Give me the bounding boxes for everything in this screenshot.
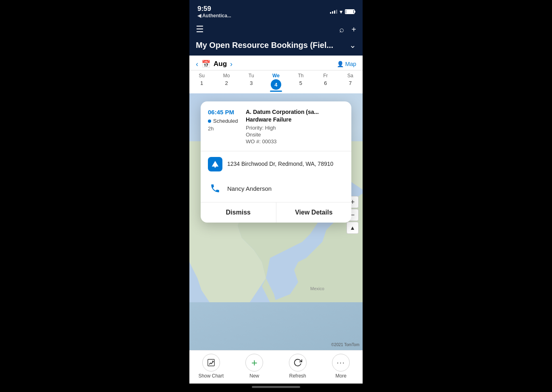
day-we[interactable]: We 4 <box>264 72 288 93</box>
next-month-button[interactable]: › <box>230 60 232 68</box>
popup-duration: 2h <box>208 126 240 132</box>
popup-contact-name: Nancy Anderson <box>227 185 272 192</box>
status-back: ◀ Authentica... <box>197 13 231 19</box>
phone-svg-icon <box>210 183 220 194</box>
phone-icon[interactable] <box>208 181 222 196</box>
svg-rect-2 <box>208 359 215 366</box>
popup-main: 06:45 PM Scheduled 2h A. Datum Corporati… <box>201 101 351 151</box>
booking-popup-card: 06:45 PM Scheduled 2h A. Datum Corporati… <box>201 101 351 223</box>
popup-actions: Dismiss View Details <box>201 202 351 223</box>
calendar-nav: ‹ 📅 Aug › 👤 Map <box>189 56 363 70</box>
status-dot-icon <box>208 120 211 123</box>
popup-wo-number: WO #: 00033 <box>246 138 344 144</box>
status-bar: 9:59 ◀ Authentica... ▾ <box>189 0 363 22</box>
status-time: 9:59 <box>197 5 231 13</box>
popup-status-label: Scheduled <box>213 118 238 124</box>
search-icon[interactable]: ⌕ <box>339 25 344 34</box>
popup-address-row: 1234 Birchwood Dr, Redmond, WA, 78910 <box>201 151 351 177</box>
day-number-tu: 3 <box>239 79 264 87</box>
day-number-we: 4 <box>271 79 281 90</box>
popup-location-type: Onsite <box>246 132 344 138</box>
popup-work-title: Hardware Failure <box>246 116 344 123</box>
day-number-su: 1 <box>189 79 214 87</box>
day-label-mo: Mo <box>214 73 239 78</box>
map-label: Map <box>345 61 356 67</box>
day-sa[interactable]: Sa 7 <box>338 72 363 93</box>
view-details-button[interactable]: View Details <box>276 202 352 223</box>
map-copyright: ©2021 TomTom <box>331 342 359 347</box>
show-chart-label: Show Chart <box>198 373 224 379</box>
day-label-th: Th <box>288 73 313 78</box>
refresh-label: Refresh <box>289 373 306 379</box>
phone-screen: 9:59 ◀ Authentica... ▾ ☰ ⌕ + My Open Res… <box>189 0 363 392</box>
day-mo[interactable]: Mo 2 <box>214 72 239 93</box>
home-indicator <box>189 384 363 392</box>
title-bar: My Open Resource Bookings (Fiel... ⌄ <box>189 39 363 56</box>
map-button[interactable]: 👤 Map <box>337 61 356 67</box>
new-nav-item[interactable]: + New <box>233 354 276 379</box>
popup-address: 1234 Birchwood Dr, Redmond, WA, 78910 <box>227 160 333 168</box>
more-label: More <box>336 373 347 379</box>
day-label-su: Su <box>189 73 214 78</box>
prev-month-button[interactable]: ‹ <box>196 60 198 68</box>
more-icon: ··· <box>332 354 350 371</box>
map-location-button[interactable]: ▲ <box>347 222 359 234</box>
day-tu[interactable]: Tu 3 <box>239 72 264 93</box>
map-area: Mexico 🏔 + − ▲ ©2021 TomTom 06:45 PM Sc <box>189 93 363 350</box>
header-actions: ⌕ + <box>339 25 356 34</box>
popup-time: 06:45 PM <box>208 109 240 116</box>
day-label-we: We <box>264 73 288 78</box>
popup-company: A. Datum Corporation (sa... <box>246 109 344 115</box>
day-fr[interactable]: Fr 6 <box>313 72 338 93</box>
signal-icon <box>330 10 337 14</box>
bottom-nav: Show Chart + New Refresh ··· More <box>189 350 363 384</box>
day-label-tu: Tu <box>239 73 264 78</box>
dismiss-button[interactable]: Dismiss <box>201 202 276 223</box>
show-chart-nav-item[interactable]: Show Chart <box>189 354 233 379</box>
day-label-fr: Fr <box>313 73 338 78</box>
add-icon[interactable]: + <box>351 25 356 34</box>
new-label: New <box>249 373 259 379</box>
home-bar <box>252 386 300 388</box>
page-title: My Open Resource Bookings (Fiel... <box>196 41 333 50</box>
day-number-th: 5 <box>288 79 313 87</box>
day-th[interactable]: Th 5 <box>288 72 313 93</box>
navigation-icon[interactable] <box>208 157 222 171</box>
popup-time-col: 06:45 PM Scheduled 2h <box>208 109 240 145</box>
map-person-icon: 👤 <box>337 61 344 67</box>
refresh-icon <box>289 354 307 371</box>
battery-icon <box>345 9 355 14</box>
nav-arrow-icon <box>211 160 219 168</box>
show-chart-icon <box>202 354 220 371</box>
popup-status: Scheduled <box>208 118 240 124</box>
day-number-mo: 2 <box>214 79 239 87</box>
popup-contact-row: Nancy Anderson <box>201 177 351 202</box>
status-bar-left: 9:59 ◀ Authentica... <box>197 5 231 19</box>
status-icons: ▾ <box>330 9 355 15</box>
cal-nav-left: ‹ 📅 Aug › <box>196 60 232 68</box>
popup-priority: Priority: High <box>246 125 344 131</box>
day-number-fr: 6 <box>313 79 338 87</box>
title-chevron-icon[interactable]: ⌄ <box>349 40 356 50</box>
menu-icon[interactable]: ☰ <box>196 24 204 35</box>
popup-info-col: A. Datum Corporation (sa... Hardware Fai… <box>246 109 344 145</box>
wifi-icon: ▾ <box>340 9 342 15</box>
new-icon: + <box>245 354 263 371</box>
app-header: ☰ ⌕ + <box>189 22 363 39</box>
day-su[interactable]: Su 1 <box>189 72 214 93</box>
day-number-sa: 7 <box>338 79 363 87</box>
month-label: Aug <box>214 60 227 68</box>
refresh-nav-item[interactable]: Refresh <box>276 354 320 379</box>
more-nav-item[interactable]: ··· More <box>320 354 363 379</box>
day-headers: Su 1 Mo 2 Tu 3 We 4 Th 5 Fr 6 Sa 7 <box>189 70 363 93</box>
day-label-sa: Sa <box>338 73 363 78</box>
svg-text:Mexico: Mexico <box>310 286 324 291</box>
calendar-icon: 📅 <box>201 60 210 68</box>
